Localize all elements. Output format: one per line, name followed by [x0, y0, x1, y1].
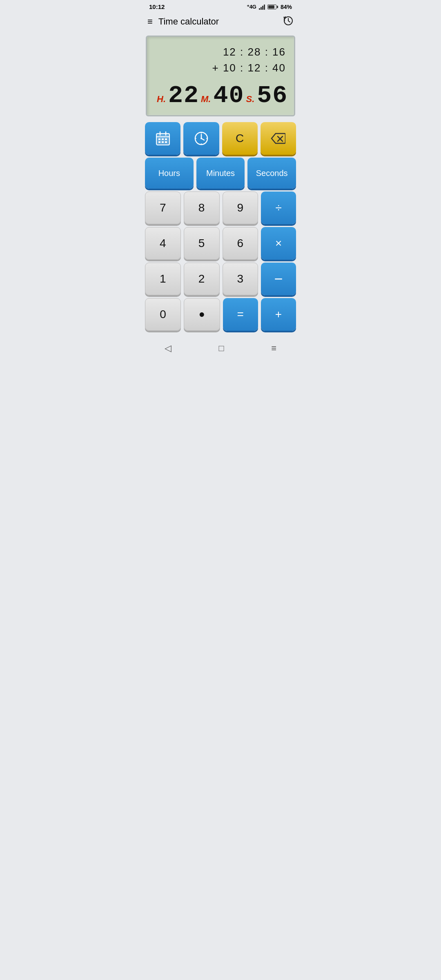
key-2[interactable]: 2 [184, 263, 220, 295]
backspace-icon [271, 133, 285, 144]
divide-button[interactable]: ÷ [261, 192, 296, 224]
hours-label: Hours [158, 169, 180, 178]
display-line2: + 10 : 12 : 40 [155, 60, 286, 76]
hours-label: H. [157, 94, 166, 105]
signal-icon: ⁺4G [247, 4, 256, 10]
home-button[interactable]: □ [210, 341, 232, 356]
key-0[interactable]: 0 [145, 298, 181, 331]
svg-rect-7 [165, 138, 167, 140]
hours-value: 22 [168, 82, 199, 109]
key-8[interactable]: 8 [184, 192, 220, 224]
key-3[interactable]: 3 [223, 263, 258, 295]
key-row-6: 0 • = + [145, 298, 296, 331]
calendar-icon [155, 130, 171, 147]
signal-bars [259, 4, 265, 10]
svg-point-14 [200, 138, 202, 139]
hours-button[interactable]: Hours [145, 158, 194, 189]
clock-button[interactable] [183, 122, 219, 155]
battery-icon [267, 4, 278, 9]
svg-rect-8 [158, 141, 160, 143]
minutes-value: 40 [213, 82, 244, 109]
display-line1: 12 : 28 : 16 [155, 44, 286, 60]
minutes-label: M. [201, 94, 211, 105]
app-title: Time calculator [158, 16, 283, 27]
menu-button[interactable]: ≡ [147, 16, 153, 27]
display-lines: 12 : 28 : 16 + 10 : 12 : 40 [155, 44, 286, 76]
key-dot[interactable]: • [184, 298, 220, 331]
calendar-button[interactable] [145, 122, 180, 155]
key-4[interactable]: 4 [145, 227, 181, 260]
key-row-4: 4 5 6 × [145, 227, 296, 260]
svg-rect-5 [158, 138, 160, 140]
seconds-value: 56 [257, 82, 288, 109]
recent-button[interactable]: ≡ [263, 341, 285, 356]
svg-rect-6 [162, 138, 164, 140]
key-row-3: 7 8 9 ÷ [145, 192, 296, 224]
status-right: ⁺4G 84% [247, 4, 292, 10]
subtract-button[interactable]: − [261, 263, 296, 295]
key-1[interactable]: 1 [145, 263, 181, 295]
key-5[interactable]: 5 [184, 227, 220, 260]
backspace-button[interactable] [261, 122, 296, 155]
svg-rect-10 [165, 141, 167, 143]
top-bar: ≡ Time calculator [141, 12, 300, 32]
status-bar: 10:12 ⁺4G 84% [141, 0, 300, 12]
calculator-display: 12 : 28 : 16 + 10 : 12 : 40 H. 22 M. 40 … [146, 36, 295, 116]
minutes-label: Minutes [206, 169, 235, 178]
key-7[interactable]: 7 [145, 192, 181, 224]
minutes-button[interactable]: Minutes [196, 158, 245, 189]
equals-button[interactable]: = [223, 298, 258, 331]
seconds-label: Seconds [256, 169, 288, 178]
multiply-button[interactable]: × [261, 227, 296, 260]
keypad: C Hours Minutes Seconds 7 8 9 [141, 122, 300, 335]
nav-bar: ◁ □ ≡ [141, 335, 300, 360]
back-button[interactable]: ◁ [156, 341, 180, 356]
key-row-5: 1 2 3 − [145, 263, 296, 295]
history-button[interactable] [283, 15, 294, 28]
key-9[interactable]: 9 [223, 192, 258, 224]
clear-button[interactable]: C [222, 122, 258, 155]
key-row-2: Hours Minutes Seconds [145, 158, 296, 189]
key-6[interactable]: 6 [223, 227, 258, 260]
add-button[interactable]: + [261, 298, 296, 331]
svg-rect-9 [162, 141, 164, 143]
clear-label: C [236, 132, 244, 145]
battery-percent: 84% [281, 4, 292, 10]
result-minutes-group: M. 40 [201, 82, 244, 109]
result-seconds-group: S. 56 [246, 82, 288, 109]
result-hours-group: H. 22 [157, 82, 199, 109]
history-icon-svg [283, 15, 294, 26]
display-result: H. 22 M. 40 S. 56 [155, 82, 286, 109]
clock-icon [193, 130, 209, 147]
key-row-1: C [145, 122, 296, 155]
seconds-button[interactable]: Seconds [247, 158, 296, 189]
status-time: 10:12 [149, 3, 165, 10]
seconds-label: S. [246, 94, 254, 105]
